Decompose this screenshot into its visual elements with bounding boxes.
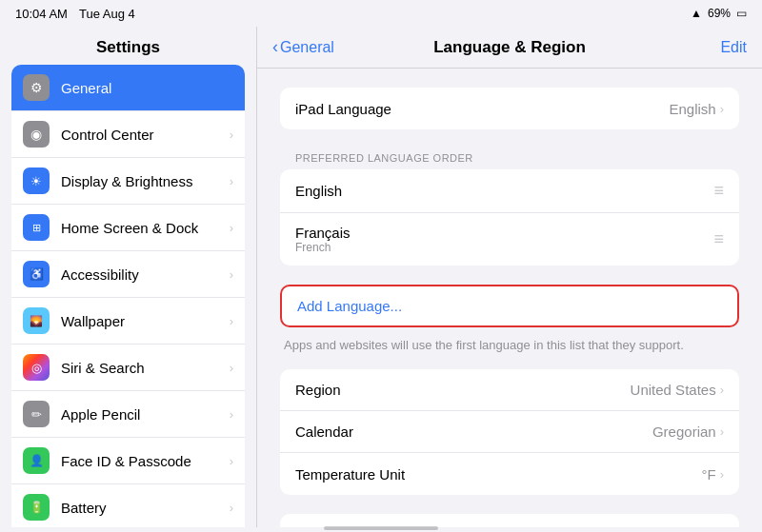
temperature-value: °F ›	[701, 466, 724, 483]
reorder-icon: ≡	[713, 229, 724, 249]
region-label: Region	[295, 382, 631, 398]
sidebar-label-control-center: Control Center	[61, 127, 154, 143]
helper-text: Apps and websites will use the first lan…	[280, 333, 739, 369]
language-french-sub: French	[295, 241, 713, 254]
language-list-card: English ≡ Français French ≡	[280, 169, 739, 266]
sidebar-item-face-id[interactable]: 👤 Face ID & Passcode ›	[11, 438, 245, 484]
wallpaper-icon: 🌄	[23, 307, 50, 334]
language-english: English	[295, 183, 713, 199]
display-icon: ☀	[23, 167, 50, 194]
temperature-value-text: °F	[701, 466, 715, 483]
sidebar-item-display[interactable]: ☀ Display & Brightness ›	[11, 158, 245, 205]
sidebar-item-home-screen[interactable]: ⊞ Home Screen & Dock ›	[11, 205, 245, 251]
region-value-text: United States	[631, 382, 716, 398]
region-card: Region United States › Calendar Gregoria…	[280, 369, 739, 495]
face-id-icon: 👤	[23, 447, 50, 474]
battery-icon: ▭	[736, 7, 747, 20]
sidebar-item-control-center[interactable]: ◉ Control Center ›	[11, 111, 245, 158]
add-language-label: Add Language...	[297, 298, 402, 314]
sidebar-label-display: Display & Brightness	[61, 173, 192, 189]
temperature-row[interactable]: Temperature Unit °F ›	[280, 453, 739, 495]
status-bar: 10:04 AM Tue Aug 4 ▲ 69% ▭	[0, 0, 762, 27]
chevron-icon: ›	[230, 221, 233, 235]
sidebar-label-apple-pencil: Apple Pencil	[61, 406, 140, 423]
chevron-icon: ›	[230, 361, 233, 375]
sidebar-label-wallpaper: Wallpaper	[61, 313, 125, 329]
ipad-language-value: English ›	[669, 101, 724, 117]
nav-bar: ‹ General Language & Region Edit	[257, 27, 762, 69]
sidebar-title: Settings	[0, 27, 256, 65]
temperature-label: Temperature Unit	[295, 466, 701, 483]
battery-level: 69%	[708, 7, 731, 20]
sidebar-group-1: ⚙ General ◉ Control Center › ☀ Display &…	[11, 65, 245, 527]
sidebar-item-general[interactable]: ⚙ General	[11, 65, 245, 111]
sidebar-item-siri[interactable]: ◎ Siri & Search ›	[11, 345, 245, 391]
general-icon: ⚙	[23, 74, 50, 101]
chevron-icon: ›	[230, 267, 233, 282]
back-label: General	[280, 39, 334, 56]
region-row[interactable]: Region United States ›	[280, 369, 739, 411]
sidebar-label-accessibility: Accessibility	[61, 266, 139, 283]
chevron-icon: ›	[230, 501, 233, 515]
edit-button[interactable]: Edit	[720, 39, 747, 56]
battery-icon: 🔋	[23, 494, 50, 521]
chevron-icon: ›	[230, 174, 233, 188]
page-title: Language & Region	[433, 38, 586, 57]
chevron-icon: ›	[230, 407, 233, 422]
sidebar-item-accessibility[interactable]: ♿ Accessibility ›	[11, 251, 245, 298]
language-row-french[interactable]: Français French ≡	[280, 213, 739, 266]
add-language-row[interactable]: Add Language...	[280, 285, 739, 327]
sidebar: Settings ⚙ General ◉ Control Center › ☀ …	[0, 27, 257, 527]
language-row-english[interactable]: English ≡	[280, 169, 739, 213]
control-center-icon: ◉	[23, 121, 50, 148]
chevron-icon: ›	[230, 454, 233, 468]
accessibility-icon: ♿	[23, 261, 50, 287]
ipad-language-row[interactable]: iPad Language English ›	[280, 88, 739, 129]
chevron-right-icon: ›	[720, 102, 724, 116]
ipad-language-card: iPad Language English ›	[280, 88, 739, 129]
chevron-icon: ›	[230, 128, 233, 142]
calendar-value-text: Gregorian	[652, 424, 716, 440]
home-screen-icon: ⊞	[23, 214, 50, 241]
content-area: iPad Language English › PREFERRED LANGUA…	[257, 69, 762, 527]
apple-pencil-icon: ✏	[23, 401, 50, 427]
date: Tue Aug 4	[79, 7, 135, 21]
chevron-icon: ›	[230, 314, 233, 328]
sidebar-item-apple-pencil[interactable]: ✏ Apple Pencil ›	[11, 391, 245, 438]
sidebar-label-home-screen: Home Screen & Dock	[61, 220, 198, 236]
language-francais: Français	[295, 225, 713, 241]
siri-icon: ◎	[23, 354, 50, 381]
region-format-card: Region Format Example 12:34 AM Saturday,…	[280, 514, 739, 527]
region-value: United States ›	[631, 382, 724, 398]
sidebar-item-battery[interactable]: 🔋 Battery ›	[11, 484, 245, 527]
preferred-language-header: PREFERRED LANGUAGE ORDER	[280, 148, 739, 169]
ipad-language-value-text: English	[669, 101, 715, 117]
chevron-right-icon: ›	[720, 424, 724, 439]
sidebar-label-face-id: Face ID & Passcode	[61, 453, 191, 469]
bottom-bar	[0, 527, 762, 532]
sidebar-label-siri: Siri & Search	[61, 360, 145, 376]
right-panel: ‹ General Language & Region Edit iPad La…	[257, 27, 762, 527]
time: 10:04 AM	[15, 7, 68, 21]
home-indicator	[324, 526, 438, 530]
sidebar-label-general: General	[61, 80, 111, 96]
back-button[interactable]: ‹ General	[272, 37, 334, 57]
chevron-right-icon: ›	[720, 383, 724, 397]
wifi-icon: ▲	[691, 7, 702, 20]
reorder-icon: ≡	[713, 181, 724, 201]
sidebar-label-battery: Battery	[61, 500, 107, 516]
calendar-row[interactable]: Calendar Gregorian ›	[280, 411, 739, 453]
chevron-right-icon: ›	[720, 467, 724, 482]
sidebar-item-wallpaper[interactable]: 🌄 Wallpaper ›	[11, 298, 245, 345]
ipad-language-label: iPad Language	[295, 101, 669, 117]
calendar-value: Gregorian ›	[652, 424, 724, 440]
back-chevron-icon: ‹	[272, 37, 278, 57]
calendar-label: Calendar	[295, 424, 652, 440]
